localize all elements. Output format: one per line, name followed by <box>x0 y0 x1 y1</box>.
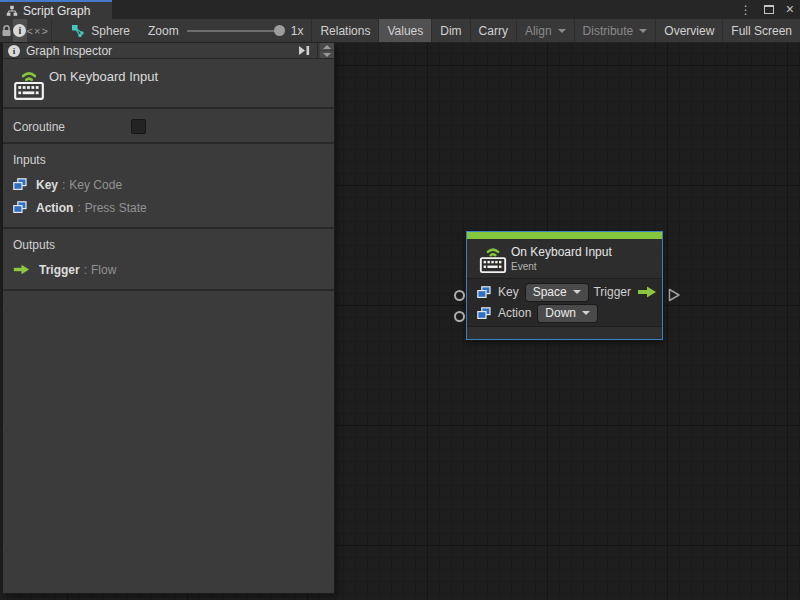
align-dropdown-button[interactable]: Align <box>516 19 574 42</box>
carry-button[interactable]: Carry <box>470 19 516 42</box>
trigger-port-label: Trigger <box>593 285 631 299</box>
action-input-port-socket[interactable] <box>454 311 465 322</box>
chevron-down-icon <box>558 29 566 33</box>
info-icon <box>8 45 20 57</box>
outputs-section-title: Outputs <box>13 238 334 252</box>
triangle-up-icon <box>323 45 331 49</box>
node-event-colorbar <box>467 232 662 239</box>
graph-hierarchy-icon <box>6 5 18 17</box>
coroutine-checkbox[interactable] <box>131 119 146 134</box>
maximize-icon[interactable] <box>764 5 774 14</box>
port-separator: : <box>77 201 80 215</box>
key-value-dropdown[interactable]: Space <box>526 284 588 301</box>
input-row-action: Action : Press State <box>3 196 334 219</box>
window-controls <box>740 0 794 19</box>
chevron-down-icon <box>573 290 581 294</box>
graph-owner-label: Sphere <box>91 24 130 38</box>
code-icon <box>27 24 49 38</box>
triangle-down-icon <box>323 53 331 57</box>
port-separator: : <box>84 263 87 277</box>
graph-toolbar: Sphere Zoom 1x Relations Values Dim Carr… <box>0 19 800 43</box>
value-port-icon <box>13 178 27 191</box>
chevron-down-icon <box>582 311 590 315</box>
tab-script-graph[interactable]: Script Graph <box>0 0 112 19</box>
unit-title-section: On Keyboard Input <box>3 59 334 109</box>
chevron-down-icon <box>639 29 647 33</box>
key-port-row: Key Space Trigger <box>467 283 662 301</box>
values-button[interactable]: Values <box>378 19 431 42</box>
tab-label: Script Graph <box>23 4 90 18</box>
lock-button[interactable] <box>0 19 13 42</box>
output-row-trigger: Trigger : Flow <box>3 258 334 281</box>
graph-inspector-panel: Graph Inspector On Keybo <box>2 43 335 594</box>
graph-inspector-header: Graph Inspector <box>3 43 334 59</box>
coroutine-label: Coroutine <box>13 120 65 134</box>
node-footer <box>467 326 662 339</box>
key-input-port-socket[interactable] <box>454 290 465 301</box>
trigger-output-port-socket[interactable] <box>668 288 681 302</box>
relations-button[interactable]: Relations <box>311 19 378 42</box>
input-row-key: Key : Key Code <box>3 173 334 196</box>
flow-arrow-icon <box>13 264 30 275</box>
value-port-icon <box>477 307 491 320</box>
action-port-label: Action <box>498 306 531 320</box>
panel-scroll-arrows <box>317 43 334 58</box>
keyboard-event-icon <box>478 244 508 274</box>
full-screen-button[interactable]: Full Screen <box>722 19 800 42</box>
port-name: Action <box>36 201 73 215</box>
port-type: Flow <box>91 263 116 277</box>
info-icon <box>13 24 26 37</box>
value-port-icon <box>477 286 491 299</box>
action-value-dropdown[interactable]: Down <box>538 305 597 322</box>
key-port-label: Key <box>498 285 519 299</box>
node-header[interactable]: On Keyboard Input Event <box>467 239 662 279</box>
inputs-section: Inputs Key : Key Code Action : Press Sta… <box>3 144 334 229</box>
close-icon[interactable] <box>786 3 794 17</box>
action-port-row: Action Down <box>467 304 662 322</box>
scroll-up-button[interactable] <box>320 43 334 50</box>
keyboard-event-icon <box>12 66 46 102</box>
node-subtitle: Event <box>511 261 537 272</box>
zoom-value: 1x <box>291 24 304 38</box>
lock-icon <box>0 24 13 37</box>
port-type: Key Code <box>69 178 122 192</box>
port-name: Key <box>36 178 58 192</box>
node-body: Key Space Trigger <box>467 279 662 326</box>
graph-breadcrumb[interactable]: Sphere <box>53 19 140 42</box>
unit-title: On Keyboard Input <box>49 69 158 84</box>
inputs-section-title: Inputs <box>13 153 334 167</box>
zoom-control: Zoom 1x <box>140 19 311 42</box>
overview-button[interactable]: Overview <box>655 19 722 42</box>
port-type: Press State <box>85 201 147 215</box>
toolbar-separator <box>51 19 52 42</box>
node-on-keyboard-input[interactable]: On Keyboard Input Event Key Space Trigge… <box>466 231 663 340</box>
coroutine-row: Coroutine <box>3 109 334 144</box>
graph-owner-icon <box>71 24 85 38</box>
dock-panel-icon[interactable] <box>298 45 311 56</box>
port-separator: : <box>62 178 65 192</box>
dim-button[interactable]: Dim <box>431 19 469 42</box>
node-title: On Keyboard Input <box>511 245 612 259</box>
code-preview-button[interactable] <box>27 19 49 42</box>
more-options-icon[interactable] <box>740 3 752 17</box>
trigger-port[interactable]: Trigger <box>593 283 657 301</box>
flow-arrow-icon <box>637 286 657 298</box>
graph-inspector-title: Graph Inspector <box>26 44 292 58</box>
zoom-label: Zoom <box>148 24 179 38</box>
script-graph-window: Script Graph <box>0 0 800 600</box>
inspector-toggle-button[interactable] <box>13 19 26 42</box>
distribute-dropdown-button[interactable]: Distribute <box>574 19 656 42</box>
scroll-down-button[interactable] <box>320 51 334 58</box>
title-bar: Script Graph <box>0 0 800 19</box>
zoom-slider-handle[interactable] <box>274 25 285 36</box>
zoom-slider[interactable] <box>187 30 283 32</box>
value-port-icon <box>13 201 27 214</box>
outputs-section: Outputs Trigger : Flow <box>3 229 334 291</box>
port-name: Trigger <box>39 263 80 277</box>
